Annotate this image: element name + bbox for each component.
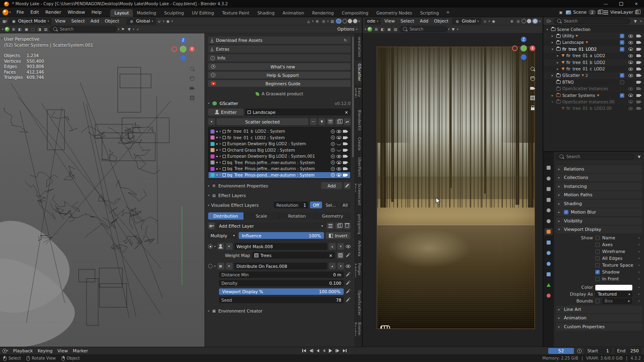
- properties-tab-scene[interactable]: [545, 207, 553, 214]
- eye-open-icon[interactable]: [336, 167, 341, 171]
- scatter-system-row[interactable]: ▾fir_tree_01_b_LOD2 : System×: [208, 128, 350, 135]
- disable-render-icon[interactable]: [636, 67, 642, 71]
- overlays-dropdown-icon[interactable]: ▾: [327, 20, 329, 23]
- outliner-row-utility[interactable]: ▸Utility: [543, 33, 644, 39]
- tool-icon[interactable]: ▤: [393, 27, 398, 32]
- scene-selector[interactable]: Scene 2: [566, 10, 601, 15]
- distribute-icon[interactable]: ▦: [217, 263, 224, 269]
- expand-arrow-icon[interactable]: ▸: [550, 74, 555, 77]
- new-viewlayer-icon[interactable]: [635, 10, 638, 14]
- tool-icon[interactable]: ⊞: [374, 27, 379, 32]
- play-reverse-button[interactable]: [322, 348, 326, 353]
- shading-rendered-icon[interactable]: [353, 19, 357, 23]
- options-button[interactable]: Options▾: [335, 26, 360, 33]
- outliner-row-fir-tree-01-lod2[interactable]: ▾fir_tree_01_LOD2: [543, 46, 644, 52]
- snap-magnet-icon[interactable]: ∪: [157, 19, 162, 24]
- disable-render-icon[interactable]: [636, 87, 642, 90]
- editor-type-icon[interactable]: ▦▾: [2, 19, 8, 24]
- annotation-icon[interactable]: ⚑: [120, 27, 126, 32]
- disable-render-icon[interactable]: [636, 61, 642, 64]
- system-color-swatch[interactable]: [211, 154, 215, 158]
- delete-layer-icon[interactable]: [344, 222, 351, 229]
- expand-arrow-icon[interactable]: ▸: [208, 184, 210, 187]
- animate-dot-icon[interactable]: [638, 237, 640, 239]
- workspace-tab-layout[interactable]: Layout: [110, 9, 133, 17]
- scatter-system-row[interactable]: ▾bq_Tree_Pinus-jeffre...mer-autumn : Sys…: [208, 166, 350, 172]
- scene-users-count[interactable]: 2: [588, 10, 596, 15]
- gizmos-icon[interactable]: ⊕: [314, 19, 320, 24]
- exclude-checkbox[interactable]: [620, 93, 624, 98]
- close-button[interactable]: ✕: [629, 0, 644, 8]
- viewport-menu-add[interactable]: Add: [88, 19, 102, 24]
- layer-options-dropdown-icon[interactable]: ▾: [337, 263, 344, 269]
- zoom-icon[interactable]: [189, 66, 196, 72]
- outliner-row-scatter-systems[interactable]: ▸Scatter Systems: [543, 92, 644, 99]
- workspace-tab-modeling[interactable]: Modeling: [133, 9, 160, 17]
- hide-eye-icon[interactable]: [628, 107, 633, 110]
- mode-selector[interactable]: ode▾: [365, 18, 381, 25]
- filter-systems-icon[interactable]: ▼: [318, 118, 325, 125]
- axis-z-icon[interactable]: Z: [180, 37, 186, 43]
- invert-button[interactable]: Invert: [326, 232, 351, 239]
- shading-wireframe-icon[interactable]: [522, 19, 526, 23]
- weight-map-field[interactable]: Trees ×: [252, 252, 335, 259]
- wrench-icon[interactable]: [346, 253, 351, 258]
- gizmos-icon[interactable]: ⊕: [509, 19, 514, 24]
- disable-render-icon[interactable]: [636, 34, 642, 38]
- addon-tab-openscatter[interactable]: OpenScatter: [355, 287, 362, 319]
- panel-instancing[interactable]: ▸Instancing: [556, 183, 642, 190]
- layer-visibility-eye-icon[interactable]: [346, 265, 351, 268]
- maximize-button[interactable]: [613, 0, 629, 8]
- view-object-types-dropdown-icon[interactable]: ▾: [312, 20, 314, 23]
- tool-icon[interactable]: ◧: [380, 27, 386, 32]
- viewport-menu-object[interactable]: Object: [431, 19, 451, 24]
- checkbox-axes[interactable]: [595, 243, 600, 247]
- help-support-button[interactable]: ? Help & Support: [208, 72, 351, 78]
- hide-eye-icon[interactable]: [628, 100, 633, 103]
- menu-edit[interactable]: Edit: [27, 9, 42, 16]
- properties-tab-output[interactable]: [545, 185, 553, 193]
- checkbox-name[interactable]: [595, 236, 600, 240]
- visualise-mode-sel[interactable]: Sel...: [323, 202, 339, 208]
- beginners-guide-button[interactable]: Beginners Guide: [208, 80, 351, 87]
- snap-magnet-icon[interactable]: ∪: [482, 19, 488, 24]
- expand-arrow-icon[interactable]: ▸: [208, 204, 210, 207]
- bounds-type-dropdown[interactable]: Box ▾: [602, 298, 632, 304]
- zoom-icon[interactable]: [529, 66, 536, 72]
- editor-type-icon[interactable]: ▾: [2, 348, 8, 354]
- viewport-menu-view[interactable]: View: [382, 19, 398, 24]
- layer-type-dropdown-icon[interactable]: ▦▾: [208, 222, 215, 229]
- addon-tab-orestation[interactable]: orestation: [355, 33, 362, 60]
- panel-custom-properties[interactable]: ▸Custom Properties: [556, 323, 642, 331]
- add-workspace-button[interactable]: +: [443, 8, 453, 16]
- render-camera-icon[interactable]: [343, 136, 348, 140]
- properties-tab-particles[interactable]: [545, 249, 553, 257]
- properties-tab-view-layer[interactable]: [545, 196, 553, 204]
- shading-rendered-icon[interactable]: [532, 19, 538, 24]
- tool-settings-dropdown-icon[interactable]: ▾: [365, 28, 366, 31]
- bounds-checkbox[interactable]: [595, 299, 600, 303]
- workspace-tab-scripting[interactable]: Scripting: [416, 9, 443, 17]
- tool-icon[interactable]: ▣: [386, 27, 392, 32]
- axis-y-icon[interactable]: [521, 45, 526, 51]
- scatter-selected-button[interactable]: Scatter selected: [217, 118, 308, 125]
- jump-to-start-button[interactable]: [301, 348, 307, 353]
- exclude-checkbox[interactable]: [620, 47, 624, 51]
- hide-eye-icon[interactable]: [628, 68, 633, 71]
- list-view-icon[interactable]: [327, 118, 334, 125]
- panel-line-art[interactable]: ▸Line Art: [556, 306, 642, 313]
- hide-eye-icon[interactable]: [628, 74, 633, 77]
- viewport-display-panel-header[interactable]: ▾ Viewport Display: [556, 226, 642, 233]
- navigation-gizmo[interactable]: Z X: [512, 37, 535, 60]
- checkbox-all-edges[interactable]: [595, 256, 600, 261]
- timeline-menu-playback[interactable]: Playback: [11, 348, 35, 354]
- slider-viewport-display[interactable]: Viewport Display %100.000%: [219, 288, 344, 295]
- scatter-system-row[interactable]: ▾bq_Tree_Pinus-pond...mer-autumn : Syste…: [208, 172, 350, 179]
- remove-system-icon[interactable]: ×: [331, 154, 335, 158]
- remove-system-icon[interactable]: ×: [331, 173, 335, 177]
- matcap-sphere-icon[interactable]: [4, 27, 10, 32]
- exclude-checkbox[interactable]: [620, 40, 624, 45]
- new-weight-map-icon[interactable]: [337, 252, 344, 259]
- emitter-button[interactable]: Emitter: [208, 109, 244, 115]
- overlays-icon[interactable]: ◎: [515, 19, 521, 24]
